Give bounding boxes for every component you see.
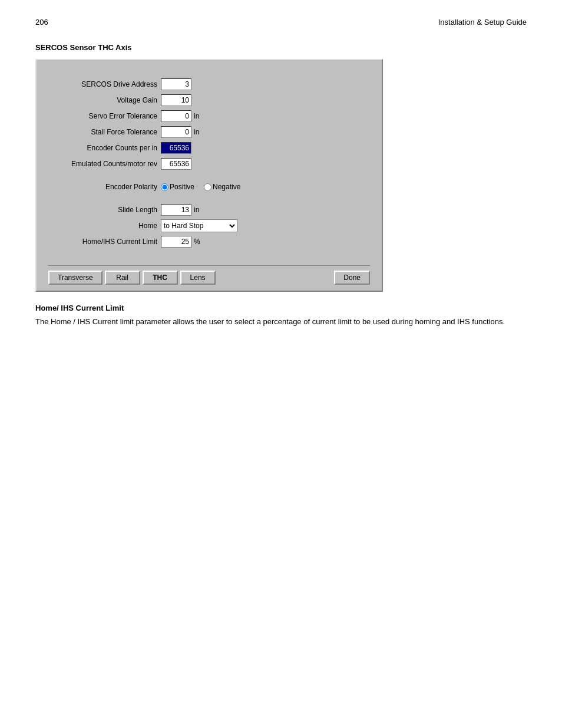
home-ihs-current-limit-row: Home/IHS Current Limit %: [48, 235, 370, 248]
encoder-polarity-row: Encoder Polarity Positive Negative: [48, 180, 370, 193]
dialog-buttons: Transverse Rail THC Lens Done: [48, 265, 370, 285]
sercos-drive-address-input[interactable]: [161, 78, 191, 90]
encoder-counts-input[interactable]: [161, 142, 191, 154]
polarity-negative-radio[interactable]: [204, 183, 211, 191]
encoder-counts-label: Encoder Counts per in: [48, 144, 157, 152]
servo-error-tolerance-row: Servo Error Tolerance in: [48, 110, 370, 123]
voltage-gain-row: Voltage Gain: [48, 94, 370, 107]
stall-force-tolerance-row: Stall Force Tolerance in: [48, 126, 370, 139]
home-ihs-current-limit-input[interactable]: [161, 236, 191, 248]
slide-length-row: Slide Length in: [48, 203, 370, 216]
emulated-counts-label: Emulated Counts/motor rev: [48, 160, 157, 168]
servo-error-tolerance-label: Servo Error Tolerance: [48, 112, 157, 120]
section-heading: SERCOS Sensor THC Axis: [35, 43, 527, 52]
home-dropdown[interactable]: to Hard Stop to Index to Home Switch: [161, 219, 237, 232]
subsection-heading: Home/ IHS Current Limit: [35, 304, 527, 312]
subsection-body: The Home / IHS Current limit parameter a…: [35, 316, 527, 328]
transverse-button[interactable]: Transverse: [48, 271, 103, 285]
stall-force-tolerance-input[interactable]: [161, 126, 191, 138]
emulated-counts-row: Emulated Counts/motor rev: [48, 157, 370, 170]
polarity-positive-text: Positive: [170, 183, 194, 191]
voltage-gain-label: Voltage Gain: [48, 96, 157, 104]
slide-length-input[interactable]: [161, 204, 191, 216]
encoder-counts-row: Encoder Counts per in: [48, 141, 370, 154]
stall-force-tolerance-label: Stall Force Tolerance: [48, 128, 157, 136]
home-ihs-current-limit-label: Home/IHS Current Limit: [48, 238, 157, 246]
servo-error-tolerance-unit: in: [194, 112, 199, 120]
stall-force-tolerance-unit: in: [194, 128, 199, 136]
thc-button[interactable]: THC: [143, 271, 178, 285]
dialog-box: SERCOS Drive Address Voltage Gain Servo …: [35, 59, 383, 292]
polarity-negative-label[interactable]: Negative: [204, 183, 240, 191]
polarity-positive-label[interactable]: Positive: [161, 183, 194, 191]
dialog-inner: SERCOS Drive Address Voltage Gain Servo …: [48, 72, 370, 257]
polarity-negative-text: Negative: [213, 183, 240, 191]
voltage-gain-input[interactable]: [161, 94, 191, 106]
rail-button[interactable]: Rail: [105, 271, 140, 285]
slide-length-label: Slide Length: [48, 206, 157, 214]
lens-button[interactable]: Lens: [180, 271, 216, 285]
home-label: Home: [48, 222, 157, 230]
emulated-counts-input[interactable]: [161, 158, 191, 170]
page-title: Installation & Setup Guide: [438, 18, 527, 27]
page-number: 206: [35, 18, 48, 27]
done-button[interactable]: Done: [334, 271, 370, 285]
polarity-positive-radio[interactable]: [161, 183, 168, 191]
sercos-drive-address-row: SERCOS Drive Address: [48, 78, 370, 91]
slide-length-unit: in: [194, 206, 199, 214]
page-header: 206 Installation & Setup Guide: [35, 18, 527, 27]
encoder-polarity-group: Positive Negative: [161, 183, 240, 191]
home-row: Home to Hard Stop to Index to Home Switc…: [48, 219, 370, 232]
encoder-polarity-label: Encoder Polarity: [48, 183, 157, 191]
servo-error-tolerance-input[interactable]: [161, 110, 191, 122]
home-ihs-current-limit-unit: %: [194, 238, 200, 246]
sercos-drive-address-label: SERCOS Drive Address: [48, 80, 157, 88]
